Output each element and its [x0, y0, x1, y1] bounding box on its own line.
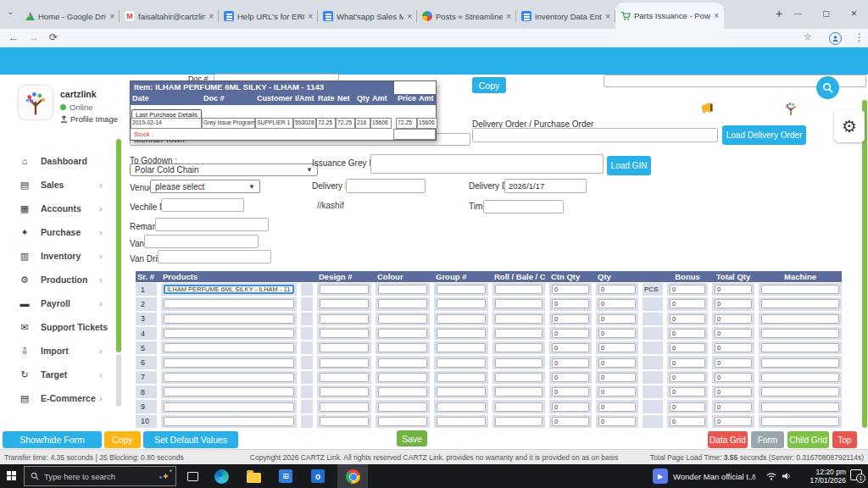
bookmark-star-icon[interactable]: ☆ [804, 31, 812, 42]
ctn-qty-input[interactable] [552, 387, 589, 396]
ctn-qty-input[interactable] [552, 343, 589, 352]
media-title[interactable]: Wonder Man official t... [673, 472, 755, 481]
colour-input[interactable] [378, 402, 427, 412]
taskbar-search-input[interactable] [44, 472, 162, 481]
roll-bale-ctn-input[interactable] [495, 373, 542, 382]
design-input[interactable] [320, 285, 369, 294]
roll-bale-ctn-input[interactable] [495, 314, 542, 324]
product-input[interactable] [164, 343, 294, 352]
delivery-no-input[interactable] [346, 179, 426, 193]
data-grid-button[interactable]: Data Grid [708, 431, 748, 448]
van-number-input[interactable] [144, 235, 259, 248]
tab-close-icon[interactable]: × [109, 12, 114, 21]
tab-close-icon[interactable]: × [308, 12, 313, 21]
group-input[interactable] [437, 402, 486, 412]
machine-input[interactable] [761, 343, 839, 352]
design-input[interactable] [320, 387, 369, 396]
bonus-input[interactable] [670, 314, 705, 324]
qty-input[interactable] [598, 343, 636, 352]
machine-input[interactable] [761, 373, 839, 382]
roll-bale-ctn-input[interactable] [495, 343, 542, 352]
tab-close-icon[interactable]: × [714, 11, 719, 20]
forward-icon[interactable]: → [29, 31, 39, 43]
profile-image-link[interactable]: Profile Image [60, 114, 118, 124]
sidebar-item-inventory[interactable]: ▥Inventory› [0, 244, 127, 268]
design-input[interactable] [320, 299, 369, 308]
qty-input[interactable] [598, 358, 636, 368]
group-input[interactable] [437, 299, 486, 308]
qty-input[interactable] [598, 373, 636, 382]
show-hide-form-button[interactable]: Show/hide Form [3, 431, 102, 448]
sidebar-item-support-tickets[interactable]: ✉Support Tickets [0, 315, 127, 339]
wifi-icon[interactable] [766, 472, 776, 482]
bonus-input[interactable] [670, 373, 705, 382]
design-input[interactable] [320, 402, 369, 412]
colour-input[interactable] [378, 387, 427, 396]
colour-input[interactable] [378, 314, 427, 324]
machine-input[interactable] [761, 402, 839, 412]
browser-tab[interactable]: Posts « Streamline Syst× [417, 3, 516, 29]
roll-bale-ctn-input[interactable] [495, 329, 542, 338]
chrome-icon[interactable] [345, 469, 360, 484]
to-godown-select[interactable]: Polar Cold Chain▼ [130, 164, 318, 176]
design-input[interactable] [320, 343, 369, 352]
qty-input[interactable] [598, 285, 636, 294]
taskbar-search[interactable]: ✦ [24, 466, 176, 486]
product-input[interactable] [164, 358, 294, 368]
sidebar-item-import[interactable]: ⇩Import› [0, 339, 127, 363]
sidebar-item-accounts[interactable]: ▦Accounts› [0, 197, 127, 220]
bonus-input[interactable] [670, 417, 705, 426]
colour-input[interactable] [378, 417, 427, 426]
set-default-values-button[interactable]: Set Default Values [143, 431, 238, 448]
design-input[interactable] [320, 314, 369, 324]
roll-bale-ctn-input[interactable] [495, 358, 542, 368]
sidebar-item-target[interactable]: ↻Target› [0, 363, 127, 386]
save-button[interactable]: Save [397, 430, 427, 446]
ctn-qty-input[interactable] [552, 329, 589, 338]
bonus-input[interactable] [670, 329, 705, 338]
close-button[interactable]: ✕ [840, 0, 868, 27]
product-input[interactable] [164, 417, 294, 426]
colour-input[interactable] [378, 373, 427, 382]
qty-input[interactable] [598, 329, 636, 338]
colour-input[interactable] [378, 343, 427, 352]
van-driver-input[interactable] [158, 250, 271, 263]
sidebar-scrollbar-track[interactable] [116, 354, 121, 407]
file-explorer-icon[interactable] [246, 469, 261, 484]
machine-input[interactable] [761, 285, 839, 294]
roll-bale-ctn-input[interactable] [495, 299, 542, 308]
media-player-icon[interactable]: ▶ [653, 469, 668, 484]
colour-input[interactable] [378, 285, 427, 294]
sidebar-item-purchase[interactable]: ✦Purchase› [0, 220, 127, 244]
minimize-button[interactable]: — [784, 0, 812, 27]
sidebar-item-production[interactable]: ⚙Production› [0, 268, 127, 291]
colour-input[interactable] [378, 358, 427, 368]
sidebar-item-dashboard[interactable]: ⌂Dashboard [0, 149, 127, 173]
page-scrollbar[interactable] [862, 100, 867, 428]
tray-caret-icon[interactable]: ∧ [751, 472, 757, 480]
roll-bale-ctn-input[interactable] [495, 387, 542, 396]
back-icon[interactable]: ← [8, 31, 19, 43]
time-input[interactable] [483, 200, 564, 214]
tab-close-icon[interactable]: × [506, 12, 511, 21]
total-qty-input[interactable] [715, 329, 752, 338]
browser-tab[interactable]: Inventory Data Entry M× [516, 3, 615, 29]
browser-tab[interactable]: What'sapp Sales Mess× [318, 3, 417, 29]
whats-new-link[interactable]: Whats New! [721, 103, 773, 114]
top-button[interactable]: Top [832, 431, 857, 448]
total-qty-input[interactable] [715, 402, 752, 412]
sidebar-item-payroll[interactable]: ▬Payroll› [0, 291, 127, 315]
bonus-input[interactable] [670, 402, 705, 412]
ctn-qty-input[interactable] [552, 299, 589, 308]
maximize-button[interactable]: ▢ [812, 0, 840, 27]
microsoft-store-icon[interactable]: ⊞ [278, 469, 293, 484]
outlook-icon[interactable]: o [310, 469, 326, 484]
ctn-qty-input[interactable] [552, 285, 589, 294]
total-qty-input[interactable] [715, 285, 752, 294]
product-input[interactable] [164, 387, 294, 396]
task-view-icon[interactable] [185, 469, 200, 484]
colour-input[interactable] [378, 299, 427, 308]
machine-input[interactable] [761, 299, 839, 308]
delivery-order-input[interactable] [472, 128, 718, 142]
ctn-qty-input[interactable] [552, 417, 589, 426]
